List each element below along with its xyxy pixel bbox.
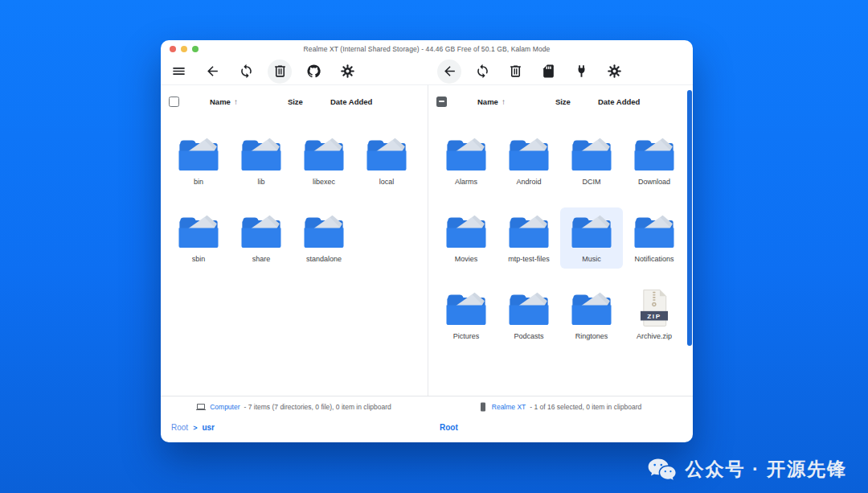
refresh-button[interactable] [470,60,494,84]
file-item[interactable]: lib [230,130,293,191]
phone-icon [478,402,488,412]
refresh-icon [239,64,254,79]
file-item[interactable]: standalone [293,207,355,269]
minimize-window-button[interactable] [181,46,187,52]
github-button[interactable] [301,60,326,84]
file-item[interactable]: Podcasts [497,285,560,346]
breadcrumb-link[interactable]: Root [440,423,458,432]
device-link[interactable]: Computer [210,403,240,411]
settings-button[interactable] [602,60,626,84]
menu-button[interactable] [166,60,190,84]
left-pane-header: Name ↑ Size Date Added [161,85,428,117]
sdcard-button[interactable] [536,60,560,84]
file-item-label: bin [194,178,203,186]
file-item[interactable]: DCIM [560,130,623,191]
folder-icon [506,134,551,173]
wechat-icon [647,458,678,482]
file-item[interactable]: local [355,130,418,191]
left-pane-status: Computer - 7 items (7 directories, 0 fil… [161,396,427,417]
folder-icon [364,134,409,173]
back-icon [205,64,220,79]
file-item[interactable]: sbin [167,207,230,269]
file-item-label: Download [638,178,670,186]
file-item[interactable]: Music [560,207,623,269]
sort-ascending-icon: ↑ [234,97,238,106]
status-text: - 7 items (7 directories, 0 file), 0 ite… [244,403,391,411]
breadcrumb-row: Root>usr Root [161,417,693,442]
file-item[interactable]: Alarms [435,130,497,191]
menu-icon [171,64,186,79]
zip-file-icon: ZIP [632,289,677,327]
close-window-button[interactable] [170,46,176,52]
right-breadcrumb: Root [440,423,458,432]
file-item-label: Ringtones [575,332,608,340]
file-item[interactable]: Pictures [435,285,497,346]
svg-text:ZIP: ZIP [647,313,661,320]
back-button[interactable] [437,60,461,84]
plug-icon [574,64,589,79]
toolbar-row [161,58,693,85]
folder-icon [301,134,346,173]
file-item[interactable]: ZIPArchive.zip [623,285,686,346]
file-item-label: Podcasts [514,332,543,340]
delete-button[interactable] [503,60,527,84]
github-icon [306,64,321,79]
file-item[interactable]: Movies [435,207,497,269]
column-header-name[interactable]: Name ↑ [477,97,506,106]
file-item[interactable]: Android [497,130,560,191]
vertical-scrollbar[interactable] [687,90,692,346]
file-item-label: libexec [313,178,335,186]
column-header-size[interactable]: Size [555,97,571,106]
select-all-checkbox[interactable] [169,97,179,107]
back-button[interactable] [200,60,224,84]
file-item-label: sbin [192,255,206,263]
folder-icon [569,212,614,250]
file-item-label: Android [516,178,541,186]
delete-button[interactable] [268,60,292,84]
status-text: - 1 of 16 selected, 0 item in clipboard [530,403,641,411]
column-header-size[interactable]: Size [288,97,303,106]
right-pane-status: Realme XT - 1 of 16 selected, 0 item in … [427,396,693,417]
file-item[interactable]: Download [623,130,686,191]
right-file-grid: AlarmsAndroidDCIMDownloadMoviesmtp-test-… [428,117,693,346]
file-item[interactable]: Notifications [623,207,686,269]
device-link[interactable]: Realme XT [492,403,526,411]
file-item[interactable]: bin [167,130,230,191]
file-item[interactable]: Ringtones [560,285,623,346]
breadcrumb-link[interactable]: Root [171,423,188,432]
settings-icon [340,64,355,79]
column-header-name[interactable]: Name ↑ [210,97,238,106]
file-item[interactable]: mtp-test-files [497,207,560,269]
maximize-window-button[interactable] [192,46,199,52]
file-item[interactable]: share [230,207,293,269]
panes-container: Name ↑ Size Date Added binliblibexecloca… [161,85,693,396]
select-all-checkbox[interactable] [436,97,447,107]
file-item[interactable]: libexec [293,130,355,191]
folder-icon [444,134,489,173]
delete-icon [272,64,288,79]
left-breadcrumb: Root>usr [171,423,215,432]
folder-icon [506,212,551,250]
folder-icon [632,134,677,173]
folder-icon [239,134,284,173]
sort-ascending-icon: ↑ [502,97,506,106]
column-header-date[interactable]: Date Added [598,97,640,106]
file-item-label: Notifications [634,255,674,263]
file-item-label: DCIM [583,178,601,186]
plug-button[interactable] [569,60,593,84]
column-name-label: Name [210,97,231,106]
column-header-date[interactable]: Date Added [330,97,372,106]
title-bar: Realme XT (Internal Shared Storage) - 44… [161,40,693,58]
file-item-label: local [379,178,395,186]
file-item-label: lib [257,178,264,186]
breadcrumb-link[interactable]: usr [202,423,215,432]
delete-icon [508,64,523,79]
refresh-button[interactable] [234,60,258,84]
window-title: Realme XT (Internal Shared Storage) - 44… [304,45,551,53]
file-item-label: Pictures [453,332,480,340]
refresh-icon [475,64,490,79]
settings-button[interactable] [335,60,359,84]
window-controls [170,46,199,52]
file-item-label: Music [582,255,601,263]
breadcrumb-separator-icon: > [193,424,197,432]
